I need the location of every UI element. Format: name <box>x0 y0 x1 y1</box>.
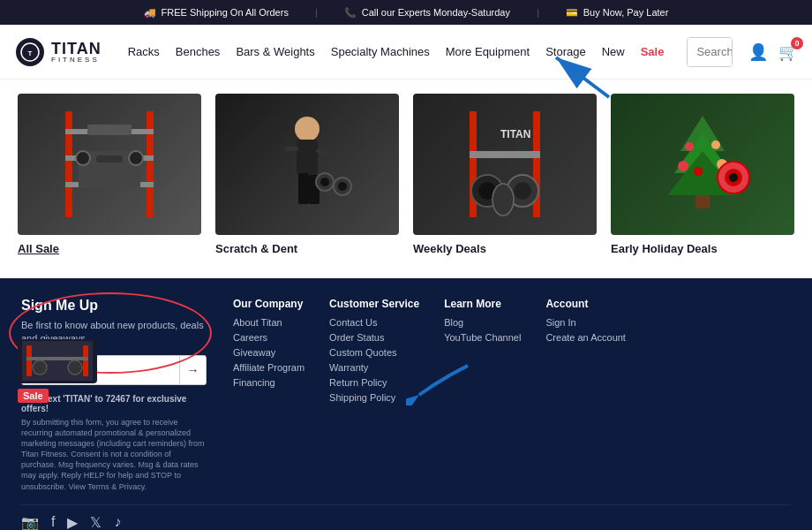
signup-title: Sign Me Up <box>21 298 207 314</box>
email-submit-button[interactable]: → <box>179 356 206 384</box>
account-icon[interactable]: 👤 <box>748 42 768 62</box>
footer-col-account: Account Sign In Create an Account <box>545 298 626 492</box>
svg-rect-47 <box>83 345 88 376</box>
svg-point-49 <box>33 360 47 375</box>
footer: Sign Me Up Be first to know about new pr… <box>0 278 812 530</box>
footer-link-giveaway[interactable]: Giveaway <box>233 347 304 358</box>
card-icon: 💳 <box>566 7 578 19</box>
footer-link-warranty[interactable]: Warranty <box>329 362 419 373</box>
svg-point-31 <box>492 184 514 216</box>
product-label-holiday-deals: Early Holiday Deals <box>611 242 794 255</box>
svg-rect-46 <box>26 345 32 376</box>
main-nav: Racks Benches Bars & Weights Specialty M… <box>121 42 672 62</box>
footer-col-account-heading: Account <box>545 298 626 310</box>
main-content: All Sale <box>0 80 812 278</box>
announcement-shipping: 🚚 FREE Shipping On All Orders <box>144 7 289 19</box>
product-label-all-sale: All Sale <box>18 242 201 255</box>
product-card-all-sale[interactable]: All Sale <box>18 94 201 255</box>
footer-link-order-status[interactable]: Order Status <box>329 332 419 343</box>
footer-link-signin[interactable]: Sign In <box>545 317 626 328</box>
footer-link-returns[interactable]: Return Policy <box>329 377 419 388</box>
nav-item-storage[interactable]: Storage <box>538 42 593 62</box>
footer-top: Sign Me Up Be first to know about new pr… <box>21 298 791 492</box>
svg-rect-12 <box>96 155 123 163</box>
svg-point-40 <box>694 167 703 176</box>
footer-bottom: 📷 f ▶ 𝕏 ♪ <box>21 504 791 530</box>
product-card-scratch-dent[interactable]: Scratch & Dent <box>215 94 399 255</box>
divider-2: | <box>537 7 539 18</box>
footer-link-about[interactable]: About Titan <box>233 317 304 328</box>
logo-icon: T <box>14 36 46 68</box>
footer-link-financing[interactable]: Financing <box>233 377 304 388</box>
svg-point-30 <box>514 182 531 200</box>
product-card-weekly-deals[interactable]: TITAN Weekly Deals <box>413 94 597 255</box>
nav-item-specialty[interactable]: Specialty Machines <box>324 42 437 62</box>
product-card-holiday-deals[interactable]: Early Holiday Deals <box>611 94 794 255</box>
facebook-icon[interactable]: f <box>51 514 55 530</box>
svg-point-20 <box>320 178 329 186</box>
footer-col-account-list: Sign In Create an Account <box>545 317 626 343</box>
partial-sale-badge: Sale <box>18 389 49 403</box>
svg-rect-3 <box>65 111 72 217</box>
footer-col-company-list: About Titan Careers Giveaway Affiliate P… <box>233 317 304 388</box>
footer-link-quotes[interactable]: Custom Quotes <box>329 347 419 358</box>
footer-col-learn-heading: Learn More <box>444 298 521 310</box>
tiktok-icon[interactable]: ♪ <box>114 514 121 530</box>
svg-rect-25 <box>470 151 540 158</box>
search-input[interactable] <box>688 38 733 66</box>
nav-item-bars-weights[interactable]: Bars & Weights <box>229 42 321 62</box>
footer-col-company-heading: Our Company <box>233 298 304 310</box>
svg-point-38 <box>678 161 688 171</box>
footer-columns: Our Company About Titan Careers Giveaway… <box>233 298 791 492</box>
svg-rect-17 <box>298 173 309 204</box>
svg-rect-45 <box>22 341 93 381</box>
youtube-icon[interactable]: ▶ <box>67 514 78 530</box>
svg-point-22 <box>338 182 347 191</box>
product-label-weekly-deals: Weekly Deals <box>413 242 597 255</box>
phone-icon: 📞 <box>344 7 357 19</box>
svg-point-43 <box>729 173 738 182</box>
svg-rect-14 <box>297 140 318 175</box>
sms-desc: By submitting this form, you agree to re… <box>21 417 207 492</box>
footer-link-contact[interactable]: Contact Us <box>329 317 419 328</box>
nav-item-new[interactable]: New <box>595 42 632 62</box>
twitter-icon[interactable]: 𝕏 <box>90 514 102 530</box>
cart-badge: 0 <box>791 37 803 49</box>
product-img-scratch-dent <box>215 94 399 235</box>
logo-text: TITAN FITNESS <box>51 41 102 64</box>
product-grid: All Sale <box>18 94 794 255</box>
footer-link-create-account[interactable]: Create an Account <box>545 332 626 343</box>
nav-item-benches[interactable]: Benches <box>169 42 228 62</box>
svg-text:TITAN: TITAN <box>500 128 530 140</box>
footer-link-youtube[interactable]: YouTube Channel <box>444 332 521 343</box>
svg-rect-48 <box>26 357 88 360</box>
footer-col-company: Our Company About Titan Careers Giveaway… <box>233 298 304 492</box>
svg-point-50 <box>68 360 82 375</box>
header-icons: 👤 🛒 0 <box>748 42 798 62</box>
nav-item-sale[interactable]: Sale <box>634 42 672 62</box>
svg-rect-9 <box>87 125 132 135</box>
divider-1: | <box>315 7 318 18</box>
nav-item-racks[interactable]: Racks <box>121 42 167 62</box>
announcement-pay: 💳 Buy Now, Pay Later <box>566 7 669 19</box>
svg-rect-15 <box>285 147 298 151</box>
cart-icon[interactable]: 🛒 0 <box>778 42 798 62</box>
footer-link-shipping[interactable]: Shipping Policy <box>329 392 419 403</box>
announcement-experts: 📞 Call our Experts Monday-Saturday <box>344 7 510 19</box>
svg-rect-16 <box>316 148 335 159</box>
product-img-weekly-deals: TITAN <box>413 94 597 235</box>
footer-link-affiliate[interactable]: Affiliate Program <box>233 362 304 373</box>
nav-item-more[interactable]: More Equipment <box>439 42 537 62</box>
footer-col-customer-list: Contact Us Order Status Custom Quotes Wa… <box>329 317 419 403</box>
footer-link-blog[interactable]: Blog <box>444 317 521 328</box>
svg-point-36 <box>685 142 694 151</box>
announcement-bar: 🚚 FREE Shipping On All Orders | 📞 Call o… <box>0 0 812 25</box>
logo[interactable]: T TITAN FITNESS <box>14 36 102 68</box>
svg-text:T: T <box>28 49 33 57</box>
product-img-holiday-deals <box>611 94 794 235</box>
footer-link-careers[interactable]: Careers <box>233 332 304 343</box>
header: T TITAN FITNESS Racks Benches Bars & Wei… <box>0 25 812 80</box>
svg-point-10 <box>76 151 90 165</box>
instagram-icon[interactable]: 📷 <box>21 514 39 530</box>
svg-rect-4 <box>147 111 154 217</box>
